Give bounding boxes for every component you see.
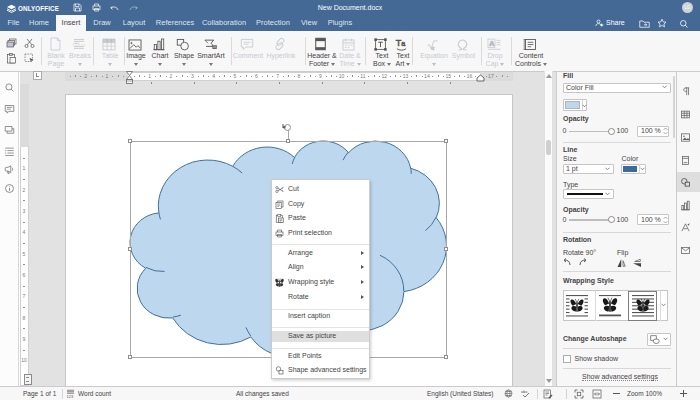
svg-text:abc: abc <box>521 389 529 394</box>
svg-text:123: 123 <box>67 394 74 399</box>
svg-text:A: A <box>489 40 494 47</box>
svg-text:a: a <box>401 40 405 48</box>
svg-text:x: x <box>431 45 435 51</box>
